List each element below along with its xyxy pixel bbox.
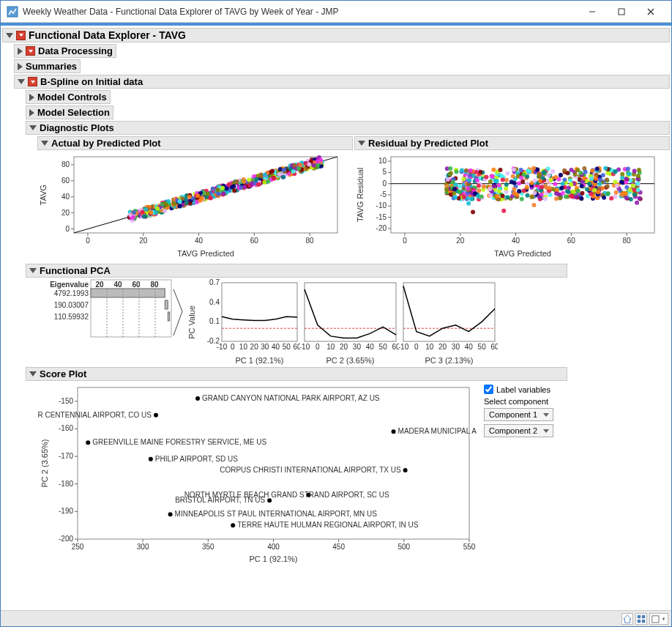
svg-point-512 — [291, 169, 296, 174]
svg-rect-1189 — [305, 283, 396, 341]
svg-text:5: 5 — [382, 168, 387, 176]
svg-point-1146 — [452, 187, 457, 191]
svg-text:30: 30 — [261, 343, 269, 351]
svg-text:20: 20 — [250, 343, 259, 351]
app-window: Weekly Weather Data - Functional Data Ex… — [0, 0, 672, 627]
section-functional-pca[interactable]: Functional PCA — [26, 264, 567, 278]
section-title: Diagnostic Plots — [40, 122, 114, 133]
svg-point-1153 — [574, 195, 578, 199]
section-score-plot[interactable]: Score Plot — [26, 367, 567, 381]
svg-point-1033 — [637, 168, 641, 172]
home-icon[interactable] — [621, 613, 633, 625]
svg-text:110.59932: 110.59932 — [54, 313, 89, 321]
svg-point-908 — [491, 168, 496, 172]
section-functional-data-explorer[interactable]: Functional Data Explorer - TAVG — [2, 28, 670, 42]
svg-text:-10: -10 — [217, 343, 228, 351]
svg-point-619 — [460, 168, 464, 172]
svg-rect-1262 — [638, 619, 641, 622]
svg-point-1256 — [231, 523, 235, 527]
minimize-button[interactable] — [578, 1, 607, 22]
label-variables-checkbox[interactable] — [484, 385, 493, 394]
disclosure-right-icon — [18, 63, 23, 70]
svg-point-532 — [163, 209, 167, 213]
svg-point-474 — [198, 199, 202, 203]
svg-point-1149 — [484, 175, 488, 179]
red-triangle-menu[interactable] — [26, 46, 35, 56]
close-button[interactable] — [636, 1, 665, 22]
svg-point-1238 — [195, 396, 200, 401]
svg-text:PC 2 (3.65%): PC 2 (3.65%) — [326, 356, 374, 365]
score-plot-chart[interactable]: 250300350400450500550-200-190-180-170-16… — [37, 382, 477, 565]
svg-text:50: 50 — [478, 343, 487, 351]
section-title: Score Plot — [40, 368, 86, 379]
pc3-chart[interactable]: -100102030405060PC 3 (2.13%) — [399, 278, 498, 366]
section-actual-by-predicted[interactable]: Actual by Predicted Plot — [37, 136, 353, 150]
svg-point-879 — [601, 173, 605, 177]
svg-point-1052 — [624, 192, 628, 196]
actual-by-predicted-chart[interactable]: 020406080020406080TAVG PredictedTAVG — [37, 151, 345, 261]
svg-point-561 — [318, 158, 323, 163]
svg-point-986 — [579, 196, 583, 201]
pc1-chart[interactable]: 0.70.40.1-0.2-100102030405060PC 1 (92.1%… — [201, 278, 300, 366]
svg-point-1080 — [478, 170, 482, 174]
section-model-controls[interactable]: Model Controls — [26, 90, 111, 104]
section-title: B-Spline on Initial data — [40, 76, 143, 87]
svg-point-557 — [282, 168, 286, 172]
svg-point-1044 — [461, 177, 466, 182]
svg-point-1117 — [477, 184, 481, 188]
svg-point-748 — [525, 185, 529, 190]
svg-point-905 — [620, 172, 624, 177]
svg-point-858 — [512, 181, 517, 185]
component-1-dropdown[interactable]: Component 1 — [484, 408, 553, 421]
svg-text:40: 40 — [272, 343, 280, 351]
component-2-dropdown[interactable]: Component 2 — [484, 424, 553, 437]
section-residual-by-predicted[interactable]: Residual by Predicted Plot — [354, 136, 670, 150]
section-diagnostic-plots[interactable]: Diagnostic Plots — [26, 121, 670, 135]
section-model-selection[interactable]: Model Selection — [26, 105, 113, 119]
svg-point-1151 — [562, 178, 567, 182]
svg-text:TERRE HAUTE HULMAN REGIONAL AI: TERRE HAUTE HULMAN REGIONAL AIRPORT, IN … — [237, 521, 419, 529]
svg-point-973 — [474, 170, 478, 174]
svg-point-1125 — [505, 196, 509, 200]
section-summaries[interactable]: Summaries — [14, 59, 81, 73]
svg-text:TAVG Predicted: TAVG Predicted — [177, 249, 234, 258]
score-plot-controls: Label variables Select component Compone… — [481, 382, 556, 440]
svg-text:0: 0 — [414, 343, 419, 351]
svg-point-1110 — [533, 178, 537, 182]
svg-point-1019 — [603, 166, 608, 171]
pc2-chart[interactable]: -100102030405060PC 2 (3.65%) — [300, 278, 399, 366]
svg-rect-2 — [619, 9, 624, 15]
red-triangle-menu[interactable] — [28, 77, 37, 86]
svg-point-1122 — [635, 181, 640, 185]
svg-point-813 — [521, 189, 526, 193]
grid-icon[interactable] — [635, 613, 647, 625]
section-bspline[interactable]: B-Spline on Initial data — [14, 75, 670, 89]
svg-text:-150: -150 — [59, 397, 73, 405]
svg-point-576 — [178, 199, 182, 204]
svg-point-1118 — [458, 190, 462, 194]
svg-point-1084 — [595, 196, 600, 200]
svg-text:Eigenvalue: Eigenvalue — [50, 281, 89, 289]
svg-text:-180: -180 — [59, 480, 73, 488]
svg-point-1006 — [448, 166, 452, 171]
svg-point-551 — [216, 188, 220, 192]
svg-point-429 — [217, 191, 221, 196]
svg-point-957 — [589, 192, 593, 196]
section-data-processing[interactable]: Data Processing — [14, 44, 116, 58]
svg-rect-1200 — [403, 283, 495, 341]
svg-text:550: 550 — [463, 543, 476, 551]
svg-point-940 — [593, 182, 597, 187]
svg-point-182 — [232, 189, 236, 193]
svg-text:-20: -20 — [376, 224, 387, 232]
svg-point-1078 — [547, 173, 551, 177]
residual-by-predicted-chart[interactable]: 020406080-20-15-10-50510TAVG PredictedTA… — [354, 151, 662, 261]
svg-point-819 — [556, 177, 561, 182]
layout-dropdown[interactable] — [649, 613, 668, 625]
svg-point-1116 — [495, 194, 499, 199]
red-triangle-menu[interactable] — [16, 31, 26, 40]
svg-point-1109 — [613, 169, 617, 174]
svg-point-1242 — [392, 429, 396, 434]
maximize-button[interactable] — [607, 1, 636, 22]
svg-text:60: 60 — [132, 281, 141, 289]
svg-point-1104 — [554, 196, 559, 201]
